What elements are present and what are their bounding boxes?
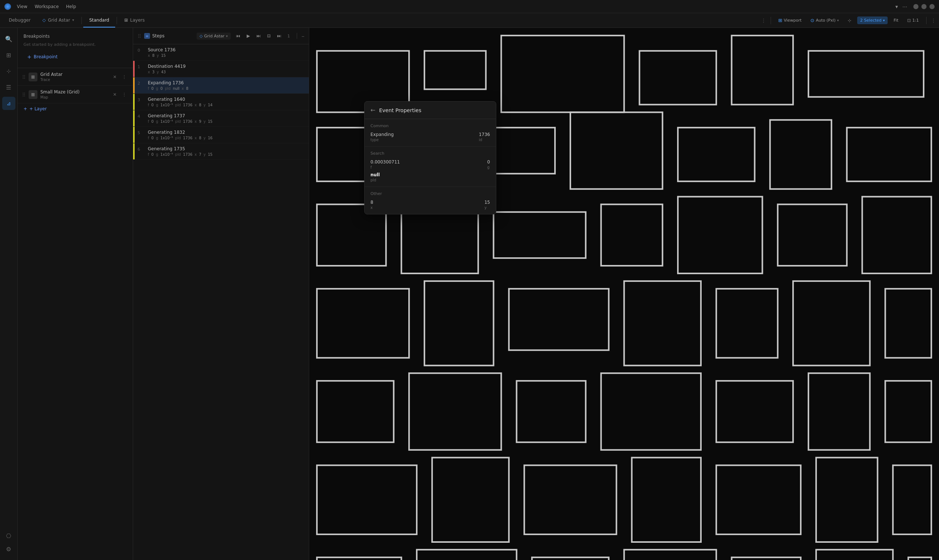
fit-button[interactable]: Fit (891, 17, 901, 24)
step-6-f-key: f (148, 152, 149, 157)
tab-divider-2 (117, 17, 117, 24)
step-6-indicator (133, 143, 135, 159)
menu-view[interactable]: View (17, 4, 27, 9)
steps-selector-label: Grid Astar (204, 34, 225, 38)
title-bar-right: ▾ ⋯ (895, 4, 934, 9)
tab-standard[interactable]: Standard (83, 13, 115, 28)
layer-1-more-button[interactable]: ⋮ (120, 91, 128, 98)
playback-step-back-button[interactable]: ⏮ (234, 32, 242, 40)
modal-pld-group: null pld (370, 172, 379, 182)
modal-g-group: 0 g (487, 159, 490, 169)
modal-back-button[interactable]: ← (370, 107, 375, 114)
layer-1-info: Small Maze (Grid) Map (40, 89, 108, 99)
layer-0-drag-handle[interactable] (22, 74, 26, 80)
step-1-meta: x 3 y 43 (148, 70, 304, 74)
layer-0-more-button[interactable]: ⋮ (120, 73, 128, 81)
add-breakpoint-button[interactable]: + Breakpoint (23, 52, 127, 62)
playback-play-button[interactable]: ▶ (244, 32, 253, 40)
step-5-f-key: f (148, 136, 149, 140)
steps-collapse-button[interactable]: – (302, 32, 304, 40)
playback-step-forward-button[interactable]: ⏭ (254, 32, 263, 40)
auto-pxl-button[interactable]: ⊙ Auto (Pxl) ▾ (807, 16, 842, 25)
step-row-3[interactable]: 3 Generating 1640 f 0 g 1x10⁻⁵ pld 1736 … (133, 94, 309, 110)
modal-g-key: g (487, 165, 490, 169)
layer-0-name: Grid Astar (40, 72, 108, 77)
step-row-5[interactable]: 5 Generating 1832 f 0 g 1x10⁻⁵ pld 1736 … (133, 127, 309, 143)
sidebar-item-layers[interactable]: ⊞ (2, 48, 15, 62)
step-6-x-key: x (195, 152, 197, 157)
sidebar-item-debug[interactable]: ⊿ (2, 97, 15, 110)
sidebar-item-list[interactable]: ☰ (2, 81, 15, 94)
layer-0-close-button[interactable]: ✕ (111, 73, 119, 81)
toolbar-more-icon[interactable]: ⋮ (931, 18, 936, 23)
layer-item-0: ▦ Grid Astar Trace ✕ ⋮ (18, 68, 133, 86)
layers-icon: ⊞ (6, 52, 11, 58)
menu-help[interactable]: Help (66, 4, 76, 9)
chevron-down-icon[interactable]: ▾ (895, 4, 898, 9)
modal-title: Event Properties (379, 108, 421, 113)
grid-astar-icon: ◇ (42, 18, 45, 23)
modal-f-value: 0.000300711 (370, 159, 400, 165)
tab-grid-astar[interactable]: ◇ Grid Astar ▾ (36, 13, 80, 28)
playback-stop-button[interactable]: ⊟ (264, 32, 273, 40)
sidebar-item-settings[interactable]: ⚙ (2, 542, 15, 555)
step-row-1[interactable]: 1 Destination 4419 x 3 y 43 (133, 61, 309, 77)
step-row-4[interactable]: 4 Generating 1737 f 0 g 1x10⁻⁵ pld 1736 … (133, 110, 309, 127)
add-layer-button[interactable]: + + Layer (18, 103, 133, 114)
more-options-icon[interactable]: ⋮ (761, 18, 766, 23)
step-6-f-val: 0 (151, 152, 154, 157)
auto-pxl-chevron-icon: ▾ (837, 18, 839, 22)
step-4-f-key: f (148, 120, 149, 123)
viewport-button[interactable]: ⊞ Viewport (776, 16, 805, 25)
sidebar-item-search[interactable]: 🔍 (2, 32, 15, 45)
layer-0-actions: ✕ ⋮ (111, 73, 128, 81)
stop-icon: ⊟ (267, 33, 271, 38)
selected-chevron-icon: ▾ (883, 18, 885, 22)
fit-label: Fit (894, 18, 898, 23)
debug-icon: ⊿ (6, 100, 11, 106)
step-0-y-val: 15 (161, 54, 166, 57)
step-6-pld-key: pld (175, 152, 181, 157)
playback-controls: ⏮ ▶ ⏭ ⊟ ⏭ 1 (234, 32, 292, 40)
step-6-y-val: 15 (208, 152, 213, 157)
steps-drag-handle[interactable] (137, 33, 141, 38)
minimize-button[interactable] (913, 4, 919, 9)
layer-1-drag-handle[interactable] (22, 92, 26, 97)
modal-expanding-group: Expanding type (370, 132, 393, 142)
step-3-pld-val: 1736 (183, 103, 192, 107)
layer-1-name: Small Maze (Grid) (40, 89, 108, 95)
step-6-pld-val: 1736 (183, 152, 192, 157)
layer-1-type: Map (40, 95, 108, 99)
layer-1-close-button[interactable]: ✕ (111, 91, 119, 98)
step-row-2[interactable]: 2 Expanding 1736 f 0 g 0 pld null x 8 (133, 77, 309, 94)
sidebar-item-plugin[interactable]: ⎔ (2, 529, 15, 542)
modal-pld-key: pld (370, 178, 379, 182)
playback-end-button[interactable]: ⏭ (275, 32, 284, 40)
tab-layers[interactable]: ⊞ Layers (119, 13, 151, 28)
menu-workspace[interactable]: Workspace (34, 4, 59, 9)
sidebar-item-bookmark[interactable]: ⊹ (2, 65, 15, 78)
layers-panel: ▦ Grid Astar Trace ✕ ⋮ ▦ Small M (18, 68, 133, 560)
step-0-x-key: x (148, 54, 150, 57)
tab-bar: Debugger ◇ Grid Astar ▾ Standard ⊞ Layer… (0, 13, 939, 28)
modal-other-row: 8 x 15 y (370, 200, 490, 210)
close-button[interactable] (930, 4, 934, 9)
event-properties-modal: ← Event Properties Common Expanding type… (364, 101, 496, 214)
step-row-6[interactable]: 6 Generating 1735 f 0 g 1x10⁻⁵ pld 1736 … (133, 143, 309, 160)
more-icon[interactable]: ⋯ (902, 4, 907, 9)
steps-selector[interactable]: ◇ Grid Astar ▾ (197, 32, 231, 40)
viewport-area[interactable]: ← Event Properties Common Expanding type… (309, 28, 939, 560)
step-5-x-key: x (195, 136, 197, 140)
selected-button[interactable]: 2 Selected ▾ (857, 17, 888, 24)
auto-pxl-icon-btn[interactable]: ⊹ (845, 17, 854, 25)
breakpoints-title: Breakpoints (23, 34, 127, 39)
maximize-button[interactable] (921, 4, 927, 9)
step-3-f-key: f (148, 103, 149, 107)
tab-debugger[interactable]: Debugger (3, 13, 36, 28)
step-row-0[interactable]: 0 Source 1736 x 8 y 15 (133, 45, 309, 61)
modal-search-row-1: null pld (370, 172, 490, 182)
one-to-one-button[interactable]: ⊡ 1:1 (904, 17, 922, 25)
modal-section-other: Other 8 x 15 y (365, 187, 496, 214)
step-4-y-val: 15 (208, 120, 213, 123)
grid-astar-chevron-icon: ▾ (72, 18, 74, 22)
